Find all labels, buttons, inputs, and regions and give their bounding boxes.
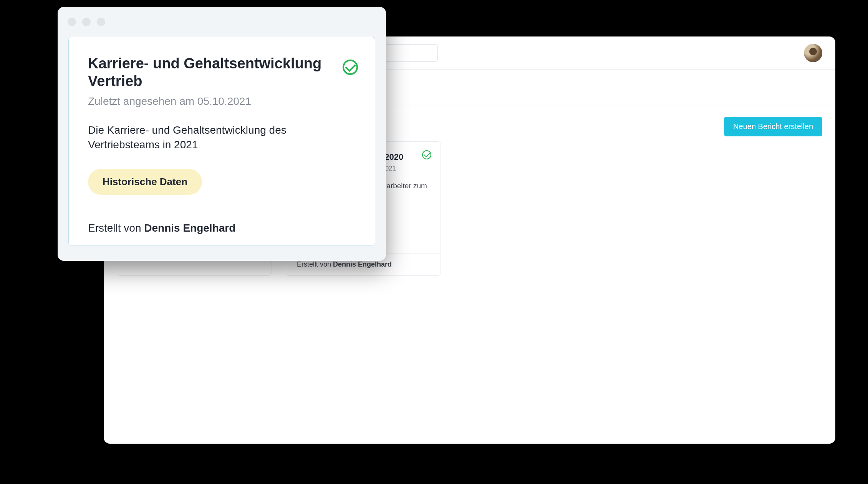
detail-report-card[interactable]: Karriere- und Gehaltsentwicklung Vertrie… xyxy=(68,37,375,245)
created-by-label: Erstellt von xyxy=(88,222,144,234)
window-chrome xyxy=(58,7,386,37)
traffic-light-icon[interactable] xyxy=(97,18,105,26)
created-by-name: Dennis Engelhard xyxy=(144,222,235,234)
created-by-name: Dennis Engelhard xyxy=(333,260,392,268)
create-report-button[interactable]: Neuen Bericht erstellen xyxy=(724,117,822,136)
check-icon xyxy=(422,150,431,159)
report-footer: Erstellt von Dennis Engelhard xyxy=(69,211,375,245)
traffic-light-icon[interactable] xyxy=(68,18,76,26)
created-by-label: Erstellt von xyxy=(297,260,333,268)
traffic-light-icon[interactable] xyxy=(82,18,91,26)
tag-pill: Historische Daten xyxy=(88,169,202,195)
detail-popup-window: Karriere- und Gehaltsentwicklung Vertrie… xyxy=(58,7,386,261)
report-title: Karriere- und Gehaltsentwicklung Vertrie… xyxy=(88,55,356,90)
report-description: Die Karriere- und Gehaltsentwicklung des… xyxy=(88,123,356,152)
report-subtitle: Zuletzt angesehen am 05.10.2021 xyxy=(88,95,356,108)
check-icon xyxy=(343,60,358,75)
avatar[interactable] xyxy=(804,44,822,62)
